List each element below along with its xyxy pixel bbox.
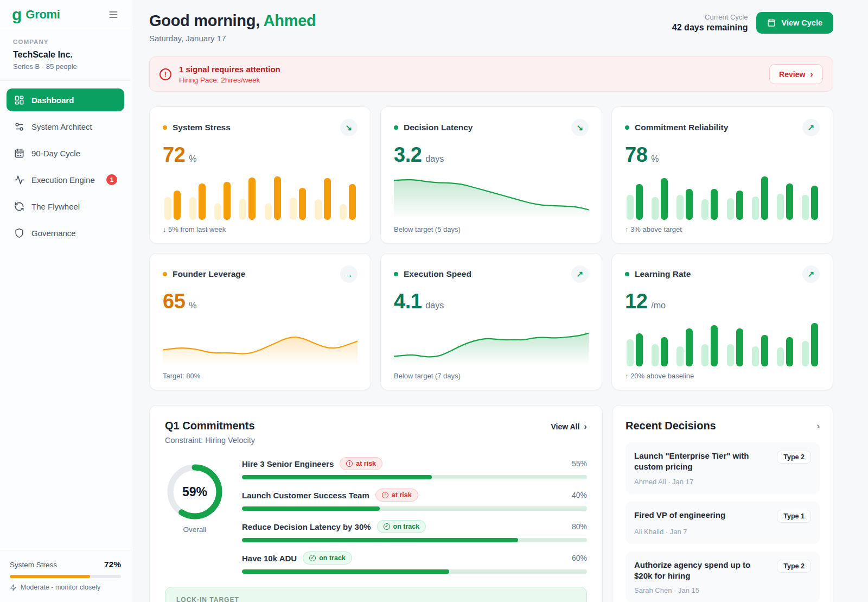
- commitments-title: Q1 Commitments: [165, 420, 255, 432]
- commitment-percent: 40%: [572, 491, 587, 499]
- view-cycle-button[interactable]: View Cycle: [756, 12, 833, 34]
- metric-card-learning-rate: Learning Rate ↗ 12/mo ↑ 20% above baseli…: [611, 253, 833, 390]
- company-label: COMPANY: [13, 39, 118, 45]
- alert-title: 1 signal requires attention: [179, 65, 280, 74]
- trend-up-right-icon: ↗: [571, 265, 589, 283]
- trend-up-right-icon: ↗: [802, 119, 820, 136]
- alert-circle-icon: !: [346, 460, 353, 467]
- bar-chart: [625, 172, 820, 220]
- footer-stress-status: Moderate - monitor closely: [10, 584, 121, 591]
- progress-bar: [242, 506, 587, 511]
- sidebar-item-system-architect[interactable]: System Architect: [7, 115, 124, 138]
- status-dot: [163, 272, 167, 276]
- metrics-grid: System Stress ↘ 72% ↓ 5% from last week …: [149, 106, 833, 390]
- status-badge-at-risk: !at risk: [375, 489, 418, 502]
- chevron-right-icon: ›: [816, 421, 820, 431]
- commitment-percent: 60%: [572, 554, 587, 562]
- trend-down-right-icon: ↘: [340, 119, 358, 136]
- company-block: COMPANY TechScale Inc. Series B · 85 peo…: [0, 29, 131, 81]
- decision-type-badge: Type 2: [777, 560, 811, 573]
- decision-type-badge: Type 1: [777, 510, 811, 523]
- metric-footnote: Below target (5 days): [394, 225, 589, 233]
- decision-meta: Sarah Chen · Jan 15: [634, 586, 811, 594]
- chevron-right-icon: ›: [810, 69, 813, 79]
- sidebar-item-execution-engine[interactable]: Execution Engine 1: [7, 168, 124, 191]
- decision-item[interactable]: Launch "Enterprise Tier" with custom pri…: [626, 442, 820, 494]
- shield-icon: [14, 227, 24, 238]
- q1-commitments-panel: Q1 Commitments Constraint: Hiring Veloci…: [149, 405, 603, 602]
- menu-toggle-button[interactable]: [108, 9, 119, 20]
- commitment-percent: 55%: [572, 459, 587, 468]
- view-all-button[interactable]: View All›: [551, 420, 587, 431]
- commitments-subtitle: Constraint: Hiring Velocity: [165, 436, 255, 445]
- metric-title: Commitment Reliability: [635, 123, 797, 132]
- main-content: Good morning, Ahmed Saturday, January 17…: [131, 0, 868, 602]
- greeting-name: Ahmed: [264, 12, 316, 29]
- sidebar-item-label: Execution Engine: [31, 175, 95, 185]
- sliders-icon: [14, 121, 24, 132]
- overall-donut: 59% Overall: [165, 457, 225, 574]
- decision-meta: Ali Khalid · Jan 7: [634, 528, 811, 536]
- status-badge-on-track: ✓on track: [377, 520, 426, 533]
- sidebar-item-90-day-cycle[interactable]: 90-Day Cycle: [7, 142, 124, 164]
- status-dot: [625, 125, 629, 130]
- status-dot: [625, 272, 629, 276]
- bar-chart: [163, 172, 358, 220]
- alert-circle-icon: !: [382, 492, 388, 498]
- metric-title: Learning Rate: [635, 269, 797, 279]
- decisions-expand-button[interactable]: ›: [816, 420, 820, 432]
- status-dot: [163, 125, 167, 130]
- app-root: g Gromi COMPANY TechScale Inc. Series B …: [0, 0, 868, 602]
- progress-bar: [242, 538, 587, 542]
- status-badge-at-risk: !at risk: [340, 457, 382, 470]
- metric-title: System Stress: [173, 123, 335, 132]
- commitment-row: Have 10k ADU ✓on track 60%: [242, 552, 587, 574]
- metric-card-commitment-reliability: Commitment Reliability ↗ 78% ↑ 3% above …: [611, 106, 833, 244]
- sidebar-footer: System Stress 72% Moderate - monitor clo…: [0, 550, 131, 602]
- sidebar: g Gromi COMPANY TechScale Inc. Series B …: [0, 0, 131, 602]
- sidebar-item-label: Governance: [31, 229, 76, 238]
- cycle-remaining: 42 days remaining: [672, 23, 748, 33]
- alert-banner: ! 1 signal requires attention Hiring Pac…: [149, 56, 833, 92]
- sidebar-nav: Dashboard System Architect 90-Day Cycle …: [0, 81, 131, 252]
- decision-meta: Ahmed Ali · Jan 17: [634, 478, 811, 486]
- metric-value: 3.2days: [394, 143, 589, 167]
- metric-value: 72%: [163, 143, 358, 167]
- page-title: Good morning, Ahmed: [149, 12, 316, 30]
- page-date: Saturday, January 17: [149, 34, 316, 43]
- metric-value: 65%: [163, 290, 358, 313]
- sidebar-item-dashboard[interactable]: Dashboard: [7, 88, 124, 111]
- overall-percent: 59%: [167, 464, 223, 520]
- cycle-label: Current Cycle: [672, 13, 748, 21]
- metric-card-decision-latency: Decision Latency ↘ 3.2days Below target …: [380, 106, 602, 244]
- refresh-cycle-icon: [14, 201, 24, 212]
- sidebar-item-label: System Architect: [31, 122, 92, 131]
- sidebar-item-label: 90-Day Cycle: [31, 149, 80, 158]
- page-header: Good morning, Ahmed Saturday, January 17…: [149, 12, 833, 43]
- logo: g Gromi: [12, 7, 60, 22]
- review-button[interactable]: Review›: [769, 64, 823, 84]
- sidebar-item-the-flywheel[interactable]: The Flywheel: [7, 195, 124, 218]
- status-dot: [394, 272, 398, 276]
- decision-type-badge: Type 2: [777, 451, 811, 464]
- lockin-label: LOCK-IN TARGET: [176, 596, 576, 602]
- footer-stress-value: 72%: [104, 560, 121, 569]
- sidebar-item-governance[interactable]: Governance: [7, 221, 124, 244]
- decisions-title: Recent Decisions: [626, 420, 716, 432]
- commitment-row: Reduce Decision Latency by 30% ✓on track…: [242, 520, 587, 542]
- area-chart: [163, 319, 358, 366]
- metric-title: Founder Leverage: [173, 269, 335, 279]
- metric-footnote: ↑ 3% above target: [625, 225, 820, 233]
- decision-item[interactable]: Authorize agency spend up to $20k for hi…: [626, 552, 820, 602]
- decision-item[interactable]: Fired VP of engineering Type 1 Ali Khali…: [626, 502, 820, 544]
- footer-stress-bar-fill: [10, 575, 90, 578]
- sidebar-item-label: The Flywheel: [31, 202, 80, 211]
- metric-footnote: Target: 80%: [163, 372, 358, 380]
- check-circle-icon: ✓: [384, 523, 390, 530]
- decisions-list: Launch "Enterprise Tier" with custom pri…: [626, 442, 820, 602]
- hamburger-icon: [108, 9, 119, 20]
- commitment-row: Hire 3 Senior Engineers !at risk 55%: [242, 457, 587, 479]
- cycle-info: Current Cycle 42 days remaining: [672, 13, 748, 33]
- trend-up-right-icon: ↗: [802, 265, 820, 283]
- trend-right-icon: →: [340, 265, 358, 283]
